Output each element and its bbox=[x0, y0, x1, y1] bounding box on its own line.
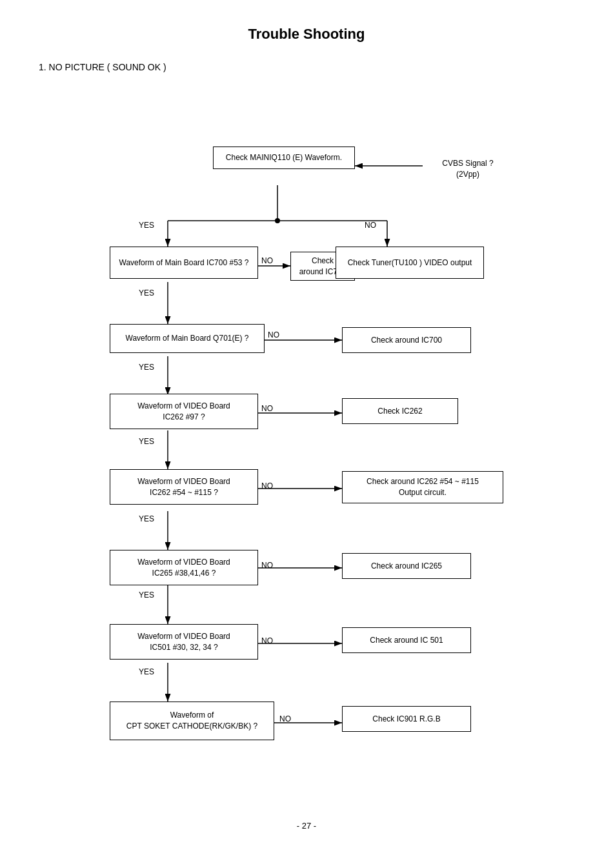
page-title: Trouble Shooting bbox=[39, 26, 574, 43]
wf-ic262-97-box: Waveform of VIDEO Board IC262 #97 ? bbox=[110, 394, 258, 429]
yes-label-4: YES bbox=[139, 437, 154, 446]
yes-label-3: YES bbox=[139, 363, 154, 372]
check-ic265-box: Check around IC265 bbox=[342, 553, 471, 579]
no-label-5: NO bbox=[261, 481, 273, 490]
wf-ic700-53-box: Waveform of Main Board IC700 #53 ? bbox=[110, 247, 258, 279]
check-tuner-box: Check Tuner(TU100 ) VIDEO output bbox=[336, 247, 484, 279]
cvbs-box: CVBS Signal ? (2Vpp) bbox=[426, 153, 510, 185]
wf-ic265-box: Waveform of VIDEO Board IC265 #38,41,46 … bbox=[110, 550, 258, 585]
no-label-7: NO bbox=[261, 636, 273, 645]
no-label-8: NO bbox=[279, 714, 291, 723]
wf-cpt-box: Waveform of CPT SOKET CATHODE(RK/GK/BK) … bbox=[110, 701, 274, 740]
yes-label-7: YES bbox=[139, 667, 154, 676]
no-label-4: NO bbox=[261, 404, 273, 413]
wf-ic262-54-box: Waveform of VIDEO Board IC262 #54 ~ #115… bbox=[110, 469, 258, 505]
wf-ic501-box: Waveform of VIDEO Board IC501 #30, 32, 3… bbox=[110, 624, 258, 660]
check-ic262-box: Check IC262 bbox=[342, 398, 458, 424]
section-label: 1. NO PICTURE ( SOUND OK ) bbox=[39, 62, 574, 72]
yes-label-6: YES bbox=[139, 590, 154, 600]
wf-q701-box: Waveform of Main Board Q701(E) ? bbox=[110, 324, 265, 353]
yes-label-2: YES bbox=[139, 288, 154, 298]
check-ic901-box: Check IC901 R.G.B bbox=[342, 706, 471, 732]
no-label-2: NO bbox=[261, 256, 273, 265]
check-ic700-b-box: Check around IC700 bbox=[342, 327, 471, 353]
no-label-6: NO bbox=[261, 561, 273, 570]
no-label-3: NO bbox=[268, 330, 279, 339]
check-ic501-box: Check around IC 501 bbox=[342, 627, 471, 653]
page-number: - 27 - bbox=[39, 821, 574, 831]
yes-label-5: YES bbox=[139, 514, 154, 523]
svg-point-4 bbox=[275, 218, 280, 223]
no-label-1: NO bbox=[365, 221, 376, 230]
yes-label-1: YES bbox=[139, 221, 154, 230]
check-ic262-output-box: Check around IC262 #54 ~ #115 Output cir… bbox=[342, 471, 503, 503]
main-check-box: Check MAINIQ110 (E) Waveform. bbox=[213, 146, 355, 169]
